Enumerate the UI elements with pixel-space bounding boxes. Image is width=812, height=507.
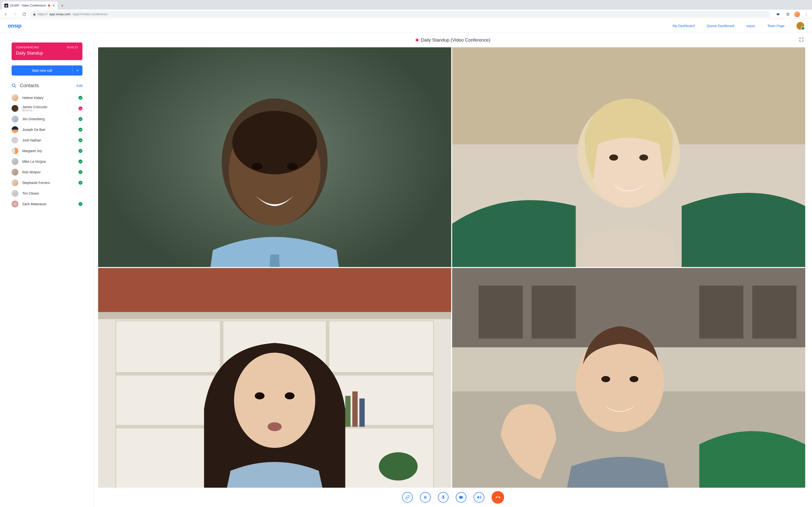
- call-controls: [94, 488, 812, 507]
- svg-point-38: [629, 376, 639, 382]
- fullscreen-button[interactable]: [799, 37, 805, 43]
- status-available-icon: [79, 181, 83, 185]
- video-tile-participant-4[interactable]: [452, 268, 805, 488]
- contact-row[interactable]: Mike La Vorgna: [12, 157, 83, 167]
- contact-info: Mike La Vorgna: [22, 160, 75, 163]
- status-available-icon: [79, 202, 83, 206]
- conferencing-timer: 00:02:21: [67, 46, 78, 49]
- contact-row[interactable]: Joseph De Bari: [12, 125, 83, 135]
- contact-row[interactable]: Margaret Joy: [12, 146, 83, 156]
- start-new-call-button[interactable]: Start new call: [12, 65, 72, 75]
- contact-name: Joseph De Bari: [22, 128, 75, 131]
- contact-info: Margaret Joy: [22, 149, 75, 153]
- status-available-icon: [79, 138, 83, 142]
- conferencing-title: Daily Standup: [16, 51, 78, 56]
- svg-rect-39: [424, 496, 425, 499]
- status-available-icon: [79, 96, 83, 100]
- contact-row[interactable]: Stephanie Fornino: [12, 178, 83, 188]
- new-tab-button[interactable]: +: [59, 2, 66, 9]
- svg-point-37: [601, 376, 610, 382]
- bookmark-icon[interactable]: [784, 11, 791, 18]
- nav-queue-dashboard[interactable]: Queue Dashboard: [707, 24, 734, 28]
- svg-point-11: [609, 155, 618, 161]
- search-icon[interactable]: [12, 83, 16, 88]
- contact-call-timer: 00:00:10: [22, 109, 75, 112]
- contact-list: Helene KidaryJames Criscuolo00:00:10Jim …: [12, 93, 83, 209]
- lock-icon: [33, 13, 36, 16]
- reload-button[interactable]: [21, 11, 28, 18]
- conferencing-card[interactable]: CONFERENCING 00:02:21 Daily Standup: [12, 43, 83, 60]
- contact-avatar: [12, 158, 18, 165]
- add-contact-button[interactable]: Add: [77, 84, 83, 88]
- contact-name: James Criscuolo: [22, 105, 75, 109]
- video-tile-participant-3[interactable]: [98, 268, 451, 488]
- browser-profile-avatar[interactable]: [794, 11, 800, 17]
- contact-name: Margaret Joy: [22, 149, 75, 153]
- svg-rect-35: [752, 286, 797, 338]
- video-tile-participant-1[interactable]: [98, 47, 451, 267]
- camera-indicator-icon[interactable]: [775, 11, 781, 18]
- url-scheme: https://: [38, 12, 48, 16]
- nav-sayso[interactable]: sayso: [747, 24, 755, 28]
- svg-point-5: [252, 163, 262, 170]
- contact-info: Tim Cleves: [22, 191, 83, 195]
- forward-button[interactable]: [12, 11, 18, 18]
- contact-info: James Criscuolo00:00:10: [22, 105, 75, 112]
- browser-menu-icon[interactable]: ⋮: [803, 11, 810, 18]
- status-available-icon: [79, 160, 83, 163]
- browser-tab[interactable]: ◉ OnSIP - Video Conference ✕: [2, 1, 57, 10]
- contact-avatar: [12, 179, 18, 186]
- svg-point-0: [12, 84, 15, 87]
- contact-avatar: [12, 126, 18, 133]
- toggle-camera-button[interactable]: [456, 492, 466, 503]
- contact-row[interactable]: Jim Greenberg: [12, 114, 83, 124]
- contact-info: Helene Kidary: [22, 96, 75, 100]
- close-tab-icon[interactable]: ✕: [52, 4, 55, 7]
- header-nav: My Dashboard Queue Dashboard sayso Team …: [672, 22, 804, 30]
- status-available-icon: [79, 149, 83, 153]
- audio-output-button[interactable]: [474, 492, 484, 503]
- contacts-title: Contacts: [20, 83, 39, 89]
- copy-link-button[interactable]: [402, 492, 413, 503]
- contact-name: Zach Matarasso: [22, 202, 75, 206]
- video-title: Daily Standup (Video Conference): [421, 38, 490, 43]
- svg-rect-33: [532, 286, 576, 338]
- contact-name: Jim Greenberg: [22, 117, 75, 121]
- contact-info: Zach Matarasso: [22, 202, 75, 206]
- back-button[interactable]: [2, 11, 9, 18]
- browser-tab-strip: ◉ OnSIP - Video Conference ✕ +: [0, 0, 812, 10]
- contact-avatar: [12, 116, 18, 122]
- hangup-button[interactable]: [492, 491, 504, 504]
- start-new-call-dropdown[interactable]: [72, 65, 83, 75]
- app-logo[interactable]: onsıp: [8, 23, 21, 29]
- favicon-icon: ◉: [4, 4, 8, 7]
- conferencing-label: CONFERENCING: [16, 46, 39, 49]
- contact-info: Josh Nathan: [22, 138, 75, 142]
- mute-microphone-button[interactable]: [438, 492, 449, 503]
- contact-info: Joseph De Bari: [22, 128, 75, 131]
- contact-name: Josh Nathan: [22, 138, 75, 142]
- contact-name: Rob Wolpov: [22, 170, 75, 174]
- svg-rect-34: [699, 286, 744, 338]
- contact-row[interactable]: Tim Cleves: [12, 188, 83, 199]
- url-domain: app.onsip.com: [50, 12, 71, 16]
- contact-row[interactable]: Helene Kidary: [12, 93, 83, 103]
- video-tile-participant-2[interactable]: [452, 47, 805, 267]
- contact-row[interactable]: James Criscuolo00:00:10: [12, 103, 83, 113]
- nav-team-page[interactable]: Team Page: [767, 24, 784, 28]
- contact-info: Jim Greenberg: [22, 117, 75, 121]
- contact-name: Tim Cleves: [22, 191, 83, 195]
- nav-my-dashboard[interactable]: My Dashboard: [672, 24, 695, 28]
- contact-avatar: [12, 148, 18, 154]
- recording-indicator-icon: [48, 4, 50, 7]
- contact-row[interactable]: Josh Nathan: [12, 135, 83, 145]
- pause-button[interactable]: [420, 492, 430, 503]
- svg-point-12: [639, 155, 648, 161]
- address-bar[interactable]: https://app.onsip.com/app/#/video-confer…: [30, 11, 770, 18]
- user-avatar[interactable]: [797, 22, 804, 30]
- svg-rect-22: [352, 391, 358, 427]
- contact-row[interactable]: Rob Wolpov: [12, 167, 83, 177]
- svg-rect-14: [98, 268, 451, 312]
- contact-row[interactable]: Zach Matarasso: [12, 199, 83, 209]
- svg-rect-40: [425, 496, 426, 499]
